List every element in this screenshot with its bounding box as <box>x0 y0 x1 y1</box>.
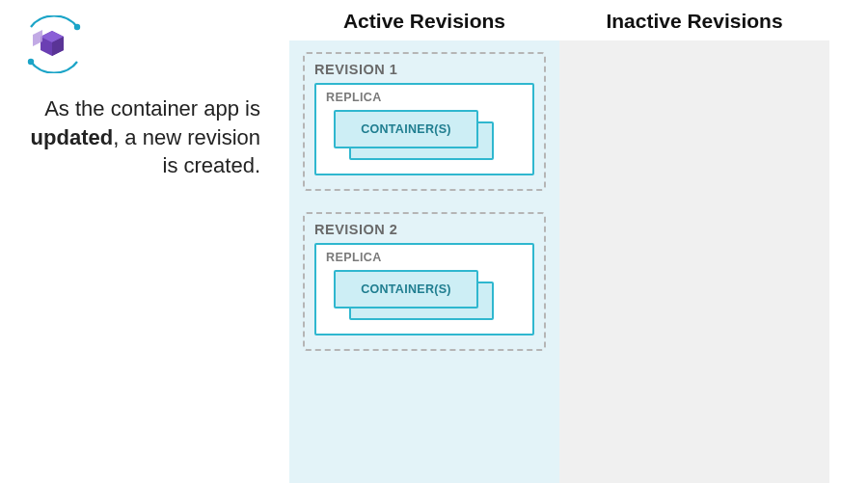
left-column: As the container app is updated, a new r… <box>0 0 289 483</box>
container-box: CONTAINER(S) <box>334 270 478 309</box>
replica-box: REPLICA CONTAINER(S) <box>314 243 534 335</box>
revision-box: REVISION 2 REPLICA CONTAINER(S) <box>303 212 546 351</box>
svg-point-0 <box>74 24 80 30</box>
inactive-revisions-panel: Inactive Revisions <box>559 0 829 483</box>
active-body: REVISION 1 REPLICA CONTAINER(S) REVISION… <box>289 40 559 483</box>
container-stack: CONTAINER(S) <box>334 270 523 320</box>
desc-suffix: , a new revision is created. <box>113 125 260 178</box>
desc-emph: updated <box>31 125 114 149</box>
desc-prefix: As the container app is <box>44 96 260 121</box>
diagram-root: As the container app is updated, a new r… <box>0 0 868 483</box>
inactive-body <box>559 40 829 483</box>
revision-columns: Active Revisions REVISION 1 REPLICA CONT… <box>289 0 868 483</box>
svg-point-1 <box>28 59 34 65</box>
replica-label: REPLICA <box>326 91 523 104</box>
revision-label: REVISION 1 <box>314 62 534 77</box>
replica-label: REPLICA <box>326 251 523 264</box>
revision-label: REVISION 2 <box>314 222 534 237</box>
inactive-heading: Inactive Revisions <box>559 0 829 40</box>
active-heading: Active Revisions <box>289 0 559 40</box>
active-revisions-panel: Active Revisions REVISION 1 REPLICA CONT… <box>289 0 559 483</box>
container-stack: CONTAINER(S) <box>334 110 523 160</box>
revision-box: REVISION 1 REPLICA CONTAINER(S) <box>303 52 546 191</box>
description-text: As the container app is updated, a new r… <box>23 94 266 180</box>
replica-box: REPLICA CONTAINER(S) <box>314 83 534 175</box>
azure-container-apps-icon <box>23 15 85 73</box>
container-box: CONTAINER(S) <box>334 110 478 148</box>
